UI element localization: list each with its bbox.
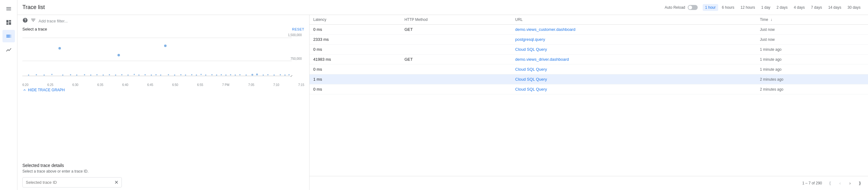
cell-time: Just now [756, 34, 868, 45]
svg-point-18 [127, 75, 129, 76]
svg-point-3 [164, 45, 166, 47]
sidebar-icon-list[interactable] [2, 30, 15, 43]
left-panel: Add trace filter... Select a trace RESET… [18, 15, 310, 190]
graph-container: 1,500,000 750,000 [22, 33, 304, 83]
x-label-9: 7:05 [248, 83, 254, 87]
cell-url[interactable]: Cloud SQL Query [512, 75, 756, 84]
main-content: Trace list Auto Reload 1 hour 6 hours 12… [18, 0, 868, 190]
cell-url[interactable]: postgresql.query [512, 34, 756, 45]
traces-table: Latency HTTP Method URL Time ↓ 0 ms GET [310, 15, 868, 94]
hide-graph-button[interactable]: HIDE TRACE GRAPH [22, 88, 304, 92]
col-time[interactable]: Time ↓ [756, 15, 868, 25]
svg-point-9 [70, 74, 71, 75]
cell-latency: 0 ms [310, 25, 401, 34]
svg-point-11 [84, 74, 85, 75]
table-row[interactable]: 0 ms GET demo.views_customer.dashboard J… [310, 25, 868, 34]
trace-id-input-container: ✕ [22, 177, 122, 188]
graph-svg: ⤢ [22, 33, 302, 81]
x-label-3: 6:35 [97, 83, 103, 87]
table-row[interactable]: 0 ms Cloud SQL Query 1 minute ago [310, 64, 868, 75]
cell-method [401, 34, 511, 45]
cell-url[interactable]: Cloud SQL Query [512, 64, 756, 75]
trace-details: Selected trace details Select a trace ab… [22, 163, 304, 188]
cell-url[interactable]: demo.views_customer.dashboard [512, 25, 756, 34]
time-btn-6hours[interactable]: 6 hours [719, 4, 737, 11]
cell-latency: 0 ms [310, 84, 401, 94]
cell-url[interactable]: Cloud SQL Query [512, 84, 756, 94]
time-btn-30days[interactable]: 30 days [845, 4, 863, 11]
col-method: HTTP Method [401, 15, 511, 25]
svg-point-19 [134, 74, 135, 75]
cell-time: 1 minute ago [756, 55, 868, 64]
cell-method [401, 75, 511, 84]
time-btn-1hour[interactable]: 1 hour [703, 4, 718, 11]
cell-time: 1 minute ago [756, 45, 868, 55]
table-row[interactable]: 41983 ms GET demo.views_driver.dashboard… [310, 55, 868, 64]
x-axis: 6:20 6:25 6:30 6:35 6:40 6:45 6:50 6:55 … [22, 83, 304, 87]
table-row[interactable]: 1 ms Cloud SQL Query 2 minutes ago [310, 75, 868, 84]
filter-placeholder[interactable]: Add trace filter... [38, 19, 68, 23]
svg-point-4 [28, 75, 29, 76]
svg-point-30 [196, 75, 197, 76]
svg-point-10 [76, 75, 78, 76]
first-page-button[interactable]: ⟪ [826, 179, 834, 188]
next-page-button[interactable]: › [846, 179, 854, 188]
cell-method: GET [401, 55, 511, 64]
svg-point-38 [235, 75, 236, 76]
cell-latency: 0 ms [310, 45, 401, 55]
cell-method [401, 84, 511, 94]
svg-point-31 [200, 74, 202, 75]
graph-header: Select a trace RESET [22, 27, 304, 31]
svg-point-34 [216, 75, 217, 76]
sidebar-icon-chart[interactable] [2, 44, 15, 56]
graph-section: Select a trace RESET 1,500,000 750,000 [22, 27, 304, 158]
prev-page-button[interactable]: ‹ [836, 179, 844, 188]
svg-point-23 [155, 74, 157, 75]
time-btn-4days[interactable]: 4 days [791, 4, 807, 11]
x-label-6: 6:50 [172, 83, 178, 87]
svg-point-1 [58, 47, 61, 50]
time-btn-14days[interactable]: 14 days [826, 4, 844, 11]
svg-point-17 [121, 74, 122, 75]
table-row[interactable]: 0 ms Cloud SQL Query 2 minutes ago [310, 84, 868, 94]
cell-url[interactable]: Cloud SQL Query [512, 45, 756, 55]
svg-point-35 [221, 74, 222, 75]
table-row[interactable]: 2333 ms postgresql.query Just now [310, 34, 868, 45]
x-label-10: 7:10 [273, 83, 279, 87]
help-icon[interactable] [22, 18, 28, 24]
sidebar-icon-menu[interactable] [2, 2, 15, 15]
x-label-11: 7:15 [298, 83, 304, 87]
svg-point-46 [280, 74, 281, 75]
reset-button[interactable]: RESET [292, 27, 304, 31]
time-btn-12hours[interactable]: 12 hours [738, 4, 758, 11]
cell-url[interactable]: demo.views_driver.dashboard [512, 55, 756, 64]
time-btn-7days[interactable]: 7 days [809, 4, 825, 11]
sidebar-icon-dashboard[interactable] [2, 16, 15, 29]
trace-details-subtitle: Select a trace above or enter a trace ID… [22, 169, 304, 173]
table-row[interactable]: 0 ms Cloud SQL Query 1 minute ago [310, 45, 868, 55]
last-page-button[interactable]: ⟫ [856, 179, 864, 188]
cell-time: Just now [756, 25, 868, 34]
content-area: Add trace filter... Select a trace RESET… [18, 15, 868, 190]
time-btn-2days[interactable]: 2 days [774, 4, 790, 11]
svg-point-25 [168, 74, 169, 75]
svg-point-36 [225, 75, 226, 76]
auto-reload-toggle[interactable] [688, 5, 698, 10]
time-btn-1day[interactable]: 1 day [759, 4, 773, 11]
svg-point-44 [267, 74, 269, 75]
table-body: 0 ms GET demo.views_customer.dashboard J… [310, 25, 868, 94]
x-label-5: 6:45 [147, 83, 153, 87]
clear-icon[interactable]: ✕ [114, 180, 118, 185]
svg-point-43 [262, 75, 264, 76]
svg-point-32 [205, 75, 206, 76]
pagination: 1 – 7 of 290 ⟪ ‹ › ⟫ [310, 176, 868, 190]
x-label-4: 6:40 [122, 83, 128, 87]
trace-id-input[interactable] [26, 180, 114, 185]
filter-icon[interactable] [30, 18, 36, 24]
header-controls: Auto Reload 1 hour 6 hours 12 hours 1 da… [665, 4, 863, 11]
col-url: URL [512, 15, 756, 25]
auto-reload-label: Auto Reload [665, 5, 685, 10]
svg-point-20 [138, 75, 140, 76]
header: Trace list Auto Reload 1 hour 6 hours 12… [18, 0, 868, 15]
svg-point-7 [51, 74, 53, 75]
